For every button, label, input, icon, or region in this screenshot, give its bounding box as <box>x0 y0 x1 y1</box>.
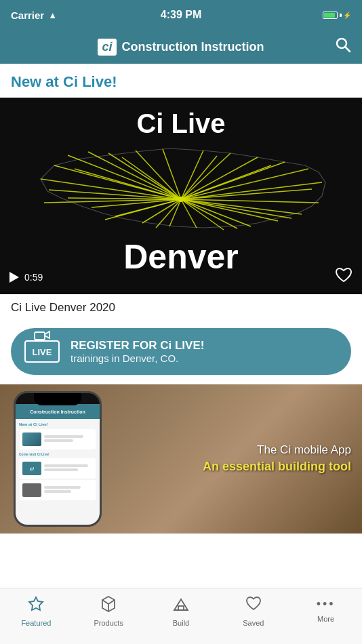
phone-frame: Construction Instruction New at Ci Live!… <box>14 391 102 527</box>
tab-more[interactable]: ••• More <box>289 595 362 623</box>
play-icon <box>9 272 19 283</box>
tab-saved[interactable]: Saved <box>217 595 289 627</box>
register-subtitle: trainings in Denver, CO. <box>71 353 338 364</box>
header-title: Construction Instruction <box>122 40 264 54</box>
svg-line-43 <box>108 600 115 604</box>
saved-icon <box>245 595 262 617</box>
app-promo-title: The Ci mobile App <box>203 444 351 458</box>
live-badge: LIVE <box>24 340 60 363</box>
live-label: LIVE <box>33 347 52 357</box>
phone-row-2: ci <box>20 458 96 479</box>
phone-notch <box>34 393 81 405</box>
bolt-icon: ⚡ <box>343 12 351 19</box>
svg-text:Ci  Live: Ci Live <box>136 108 225 138</box>
featured-icon <box>27 595 45 617</box>
register-title: REGISTER FOR Ci LIVE! <box>71 339 338 353</box>
app-promo-banner[interactable]: Construction Instruction New at Ci Live!… <box>0 384 362 534</box>
app-promo-subtitle: An essential building tool <box>203 460 351 475</box>
phone-screen-header: Construction Instruction <box>16 404 100 419</box>
wifi-icon: ▲ <box>48 10 57 20</box>
tab-more-label: More <box>317 615 334 623</box>
tab-bar: Featured Products Build Saved <box>0 588 362 644</box>
phone-screen: Construction Instruction New at Ci Live!… <box>16 404 100 527</box>
search-button[interactable] <box>335 37 351 57</box>
play-button[interactable]: 0:59 <box>9 272 43 283</box>
tab-saved-label: Saved <box>243 619 264 627</box>
tab-build[interactable]: Build <box>145 595 218 627</box>
status-bar: Carrier ▲ 4:39 PM ⚡ <box>0 0 362 30</box>
tab-featured[interactable]: Featured <box>0 595 73 627</box>
main-content: New at Ci Live! <box>0 64 362 588</box>
svg-point-38 <box>178 197 184 202</box>
phone-screen-title: Construction Instruction <box>30 409 85 414</box>
svg-rect-41 <box>35 332 45 340</box>
status-bar-right: ⚡ <box>323 12 351 19</box>
tab-products[interactable]: Products <box>73 595 145 627</box>
favorite-button[interactable] <box>335 267 353 287</box>
svg-rect-46 <box>178 606 184 610</box>
logo-ci: ci <box>98 39 116 56</box>
tab-build-label: Build <box>173 619 189 627</box>
build-icon <box>172 595 190 617</box>
register-banner[interactable]: LIVE REGISTER FOR Ci LIVE! trainings in … <box>11 328 351 375</box>
app-promo-text: The Ci mobile App An essential building … <box>203 444 351 475</box>
video-duration: 0:59 <box>24 272 43 283</box>
phone-row-1 <box>20 429 96 449</box>
battery-icon: ⚡ <box>323 12 351 19</box>
tab-featured-label: Featured <box>21 619 51 627</box>
video-player[interactable]: Ci Live Denver 0:59 <box>0 98 362 294</box>
svg-line-44 <box>102 600 108 604</box>
app-header: ci Construction Instruction <box>0 30 362 64</box>
tab-products-label: Products <box>94 619 123 627</box>
header-logo: ci Construction Instruction <box>98 39 264 56</box>
products-icon <box>100 595 117 617</box>
video-description: Ci Live Denver 2020 <box>0 294 362 319</box>
carrier-label: Carrier <box>11 9 44 21</box>
svg-line-1 <box>346 47 350 52</box>
phone-row-3 <box>20 480 96 500</box>
more-icon: ••• <box>317 595 336 613</box>
status-bar-time: 4:39 PM <box>161 9 201 21</box>
register-text: REGISTER FOR Ci LIVE! trainings in Denve… <box>71 339 338 364</box>
section-title: New at Ci Live! <box>0 64 362 98</box>
svg-marker-42 <box>29 597 43 610</box>
video-controls: 0:59 <box>0 260 362 294</box>
status-bar-left: Carrier ▲ <box>11 9 57 21</box>
phone-mockup: Construction Instruction New at Ci Live!… <box>14 391 102 527</box>
